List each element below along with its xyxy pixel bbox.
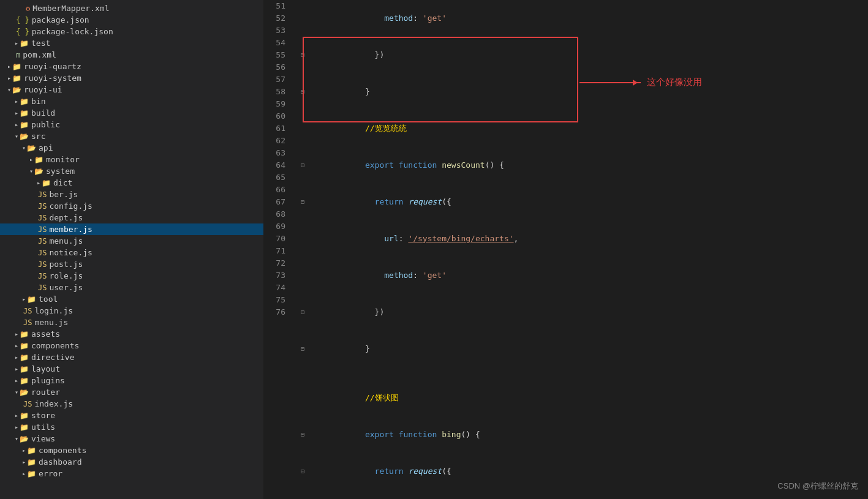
sidebar-item-build[interactable]: 📁 build bbox=[0, 107, 263, 119]
folder-icon: 📁 bbox=[20, 97, 29, 106]
chevron-icon bbox=[15, 354, 18, 361]
chevron-icon bbox=[7, 63, 11, 70]
chevron-icon bbox=[15, 121, 18, 128]
sidebar-item-label: member.js bbox=[49, 225, 92, 234]
fold-gutter[interactable]: ⊟ bbox=[298, 49, 308, 61]
chevron-icon bbox=[15, 331, 18, 337]
fold-gutter[interactable]: ⊟ bbox=[298, 465, 308, 478]
sidebar-item-label: ruoyi-ui bbox=[24, 85, 62, 94]
sidebar-item-dept-js[interactable]: JS dept.js bbox=[0, 212, 263, 223]
sidebar-item-package-lock-json[interactable]: { } package-lock.json bbox=[0, 26, 263, 37]
sidebar-item-label: ber.js bbox=[49, 190, 78, 199]
sidebar-item-store[interactable]: 📁 store bbox=[0, 410, 263, 421]
sidebar-item-role-js[interactable]: JS role.js bbox=[0, 270, 263, 282]
json-file-icon: { } bbox=[16, 28, 29, 36]
fold-gutter[interactable]: ⊟ bbox=[298, 196, 308, 208]
js-file-icon: JS bbox=[38, 202, 47, 211]
sidebar-item-monitor[interactable]: 📁 monitor bbox=[0, 154, 263, 165]
sidebar-item-user-js[interactable]: JS user.js bbox=[0, 282, 263, 293]
sidebar-item-src[interactable]: 📂 src bbox=[0, 130, 263, 142]
chevron-icon bbox=[15, 98, 18, 105]
sidebar-item-label: monitor bbox=[46, 155, 80, 164]
sidebar-item-index-js[interactable]: JS index.js bbox=[0, 398, 263, 410]
fold-gutter[interactable]: ⊟ bbox=[298, 429, 308, 441]
sidebar-item-label: router bbox=[31, 388, 60, 397]
chevron-icon bbox=[15, 110, 18, 116]
folder-icon: 📁 bbox=[20, 377, 29, 385]
chevron-icon bbox=[22, 470, 26, 477]
code-line-61 bbox=[298, 367, 868, 380]
chevron-icon bbox=[29, 156, 33, 163]
sidebar-item-directive[interactable]: 📁 directive bbox=[0, 351, 263, 363]
sidebar-item-views-components[interactable]: 📁 components bbox=[0, 445, 263, 456]
folder-icon: 📁 bbox=[27, 446, 36, 455]
sidebar-item-error[interactable]: 📁 error bbox=[0, 468, 263, 479]
js-file-icon: JS bbox=[38, 190, 47, 199]
chevron-icon bbox=[15, 424, 18, 430]
fold-gutter[interactable]: ⊟ bbox=[298, 343, 308, 355]
sidebar-item-package-json[interactable]: { } package.json bbox=[0, 14, 263, 26]
sidebar-item-pom-xml[interactable]: m pom.xml bbox=[0, 49, 263, 61]
sidebar-item-membermapper[interactable]: ⚙ MemberMapper.xml bbox=[0, 2, 263, 14]
sidebar-item-label: tool bbox=[39, 295, 58, 304]
chevron-icon bbox=[29, 168, 33, 174]
js-file-icon: JS bbox=[23, 307, 32, 315]
sidebar-item-menu2-js[interactable]: JS menu.js bbox=[0, 317, 263, 328]
folder-icon: 📂 bbox=[20, 388, 29, 397]
sidebar-item-dict[interactable]: 📁 dict bbox=[0, 177, 263, 189]
sidebar-item-public[interactable]: 📁 public bbox=[0, 119, 263, 130]
sidebar-item-label: layout bbox=[31, 364, 60, 373]
sidebar-item-config-js[interactable]: JS config.js bbox=[0, 200, 263, 212]
fold-gutter[interactable]: ⊟ bbox=[298, 159, 308, 171]
chevron-icon bbox=[15, 377, 18, 384]
code-content: method: 'get' ⊟ }) ⊟ } bbox=[293, 0, 868, 499]
line-content: export function bing() { bbox=[308, 416, 868, 453]
chevron-icon bbox=[22, 459, 26, 465]
arrow-line bbox=[579, 82, 641, 83]
code-line-57: url: '/system/bing/echarts', bbox=[298, 220, 868, 257]
sidebar-item-api[interactable]: 📂 api bbox=[0, 142, 263, 154]
sidebar-item-bin[interactable]: 📁 bin bbox=[0, 96, 263, 107]
fold-gutter[interactable]: ⊟ bbox=[298, 306, 308, 318]
sidebar-item-label: package.json bbox=[32, 15, 89, 24]
sidebar-item-menu-js[interactable]: JS menu.js bbox=[0, 235, 263, 247]
sidebar-item-utils[interactable]: 📁 utils bbox=[0, 421, 263, 433]
sidebar-item-label: system bbox=[46, 167, 75, 176]
sidebar-item-label: pom.xml bbox=[23, 50, 56, 59]
sidebar-item-views[interactable]: 📂 views bbox=[0, 433, 263, 445]
sidebar-item-label: ruoyi-system bbox=[24, 73, 81, 83]
watermark: CSDN @柠螺丝的舒克 bbox=[777, 481, 858, 492]
sidebar-item-post-js[interactable]: JS post.js bbox=[0, 258, 263, 270]
folder-icon: 📁 bbox=[27, 458, 36, 467]
sidebar-item-label: public bbox=[31, 120, 60, 129]
sidebar-item-login-js[interactable]: JS login.js bbox=[0, 305, 263, 317]
folder-icon: 📁 bbox=[20, 411, 29, 420]
sidebar-item-plugins[interactable]: 📁 plugins bbox=[0, 375, 263, 386]
sidebar-item-system[interactable]: 📂 system bbox=[0, 165, 263, 177]
sidebar-item-ber-js[interactable]: JS ber.js bbox=[0, 189, 263, 200]
sidebar-item-label: components bbox=[31, 341, 79, 350]
sidebar-item-layout[interactable]: 📁 layout bbox=[0, 363, 263, 375]
sidebar-item-test[interactable]: 📁 test bbox=[0, 37, 263, 49]
sidebar-item-label: ruoyi-quartz bbox=[24, 62, 81, 71]
sidebar-item-assets[interactable]: 📁 assets bbox=[0, 328, 263, 340]
folder-icon: 📂 bbox=[20, 435, 29, 443]
json-file-icon: { } bbox=[16, 16, 29, 24]
sidebar-item-dashboard[interactable]: 📁 dashboard bbox=[0, 456, 263, 468]
sidebar-item-member-js[interactable]: JS member.js bbox=[0, 223, 263, 235]
sidebar-item-tool[interactable]: 📁 tool bbox=[0, 293, 263, 305]
sidebar-item-components[interactable]: 📁 components bbox=[0, 340, 263, 351]
sidebar-item-ruoyi-system[interactable]: 📁 ruoyi-system bbox=[0, 72, 263, 84]
sidebar-item-ruoyi-ui[interactable]: 📂 ruoyi-ui bbox=[0, 84, 263, 96]
folder-icon: 📁 bbox=[20, 121, 29, 129]
file-explorer[interactable]: ⚙ MemberMapper.xml { } package.json { } … bbox=[0, 0, 263, 499]
sidebar-item-label: utils bbox=[31, 422, 55, 432]
code-editor[interactable]: 51 52 53 54 55 56 57 58 59 60 61 62 63 6… bbox=[263, 0, 868, 499]
sidebar-item-ruoyi-quartz[interactable]: 📁 ruoyi-quartz bbox=[0, 61, 263, 72]
fold-gutter[interactable]: ⊟ bbox=[298, 86, 308, 98]
sidebar-item-notice-js[interactable]: JS notice.js bbox=[0, 247, 263, 258]
folder-icon: 📁 bbox=[20, 109, 29, 118]
folder-icon: 📁 bbox=[27, 295, 36, 304]
sidebar-item-router[interactable]: 📂 router bbox=[0, 386, 263, 398]
chevron-icon bbox=[15, 40, 18, 47]
